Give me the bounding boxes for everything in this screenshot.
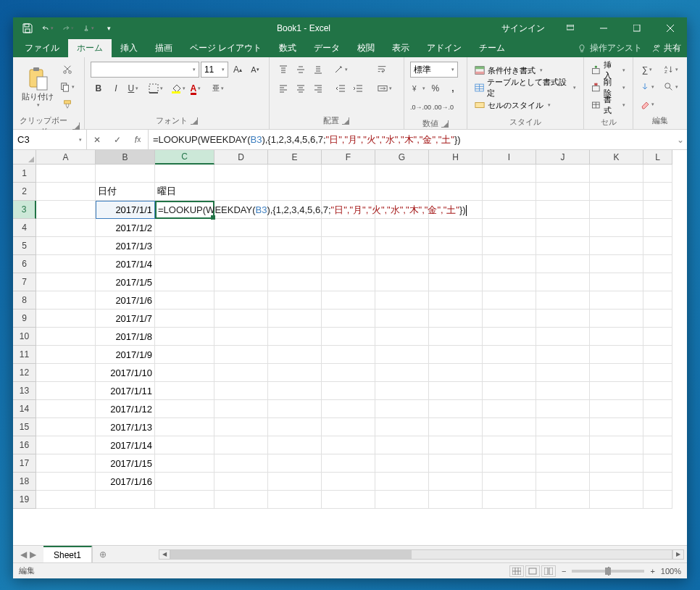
tell-me-search[interactable]: 操作アシスト xyxy=(577,42,642,54)
cell[interactable] xyxy=(429,436,483,454)
cell[interactable] xyxy=(536,165,590,183)
row-header[interactable]: 8 xyxy=(13,291,36,309)
cell[interactable] xyxy=(268,255,322,273)
cell[interactable] xyxy=(268,183,322,201)
cell[interactable] xyxy=(36,328,96,346)
dialog-launcher-icon[interactable] xyxy=(191,117,198,125)
cell[interactable] xyxy=(36,165,96,183)
zoom-in-button[interactable]: + xyxy=(650,567,654,576)
column-header[interactable]: E xyxy=(268,150,322,165)
cell[interactable] xyxy=(536,291,590,309)
row-header[interactable]: 2 xyxy=(13,183,36,201)
cell[interactable] xyxy=(155,418,214,436)
sheet-nav[interactable]: ◀ ▶ xyxy=(13,546,43,562)
cell[interactable] xyxy=(268,291,322,309)
zoom-thumb[interactable] xyxy=(605,568,611,575)
cell[interactable] xyxy=(536,400,590,418)
row-header[interactable]: 5 xyxy=(13,237,36,255)
column-header[interactable]: D xyxy=(214,150,268,165)
column-header[interactable]: L xyxy=(643,150,672,165)
expand-formula-bar-button[interactable]: ⌄ xyxy=(674,130,687,149)
row-header[interactable]: 4 xyxy=(13,219,36,237)
orientation-button[interactable]: ▾ xyxy=(333,62,349,78)
cell[interactable] xyxy=(590,328,643,346)
row-header[interactable]: 10 xyxy=(13,328,36,346)
cell[interactable] xyxy=(214,328,268,346)
sort-filter-button[interactable]: AZ▾ xyxy=(661,62,681,78)
comma-button[interactable]: , xyxy=(445,80,461,96)
cell[interactable] xyxy=(322,473,375,491)
cell[interactable] xyxy=(483,201,536,219)
cell[interactable] xyxy=(322,418,375,436)
tab-view[interactable]: 表示 xyxy=(383,39,418,57)
cell[interactable] xyxy=(536,273,590,291)
cell[interactable] xyxy=(375,400,429,418)
cell[interactable] xyxy=(429,400,483,418)
cell[interactable]: =LOOKUP(WEEKDAY(B3),{1,2,3,4,5,6,7;"日","… xyxy=(155,201,214,219)
cell[interactable] xyxy=(429,291,483,309)
cell[interactable] xyxy=(590,491,643,509)
cell[interactable] xyxy=(375,237,429,255)
tab-review[interactable]: 校閲 xyxy=(349,39,383,57)
cell[interactable] xyxy=(643,291,672,309)
sheet-nav-prev-icon[interactable]: ◀ xyxy=(20,549,27,560)
cell[interactable]: 2017/1/1 xyxy=(96,201,155,219)
align-left-button[interactable] xyxy=(275,80,291,96)
page-layout-view-button[interactable] xyxy=(525,565,540,577)
cell[interactable] xyxy=(483,382,536,400)
cell[interactable] xyxy=(483,346,536,364)
tab-home[interactable]: ホーム xyxy=(68,39,112,57)
cell[interactable] xyxy=(375,364,429,382)
font-size-combo[interactable]: 11▾ xyxy=(201,62,228,78)
zoom-out-button[interactable]: − xyxy=(562,567,566,576)
cell[interactable] xyxy=(155,328,214,346)
row-header[interactable]: 18 xyxy=(13,473,36,491)
cell[interactable]: 2017/1/12 xyxy=(96,400,155,418)
cell[interactable] xyxy=(483,328,536,346)
cell[interactable] xyxy=(643,454,672,473)
cell[interactable] xyxy=(375,473,429,491)
cell[interactable] xyxy=(483,491,536,509)
sheet-tab[interactable]: Sheet1 xyxy=(43,546,92,562)
cell[interactable] xyxy=(36,436,96,454)
increase-indent-button[interactable] xyxy=(350,80,366,96)
cell[interactable] xyxy=(429,473,483,491)
cell[interactable] xyxy=(643,309,672,328)
cell[interactable] xyxy=(36,418,96,436)
format-as-table-button[interactable]: テーブルとして書式設定▾ xyxy=(473,79,578,96)
cell[interactable] xyxy=(643,165,672,183)
cell[interactable] xyxy=(536,436,590,454)
cell[interactable] xyxy=(375,491,429,509)
cell[interactable] xyxy=(268,491,322,509)
cell[interactable] xyxy=(268,219,322,237)
cell[interactable] xyxy=(375,382,429,400)
chevron-down-icon[interactable]: ▾ xyxy=(79,137,82,143)
cell[interactable] xyxy=(214,400,268,418)
normal-view-button[interactable] xyxy=(509,565,524,577)
cell[interactable] xyxy=(268,273,322,291)
increase-font-button[interactable]: A▴ xyxy=(230,62,246,78)
cell[interactable] xyxy=(214,273,268,291)
cell[interactable] xyxy=(643,400,672,418)
align-middle-button[interactable] xyxy=(293,62,309,78)
cell[interactable] xyxy=(155,346,214,364)
cell[interactable] xyxy=(536,364,590,382)
row-header[interactable]: 17 xyxy=(13,454,36,473)
cell[interactable] xyxy=(322,291,375,309)
cell[interactable] xyxy=(214,436,268,454)
underline-button[interactable]: U▾ xyxy=(125,80,141,96)
cell[interactable] xyxy=(155,491,214,509)
cell[interactable] xyxy=(643,346,672,364)
cell[interactable] xyxy=(643,491,672,509)
cell[interactable] xyxy=(214,165,268,183)
hscroll-thumb[interactable] xyxy=(171,550,412,559)
cell[interactable] xyxy=(483,309,536,328)
cell[interactable] xyxy=(643,219,672,237)
cell[interactable] xyxy=(429,454,483,473)
cell[interactable] xyxy=(429,183,483,201)
accounting-format-button[interactable]: ¥▾ xyxy=(410,80,426,96)
cell[interactable] xyxy=(429,255,483,273)
bold-button[interactable]: B xyxy=(91,80,107,96)
cell[interactable] xyxy=(590,400,643,418)
cell[interactable] xyxy=(375,436,429,454)
